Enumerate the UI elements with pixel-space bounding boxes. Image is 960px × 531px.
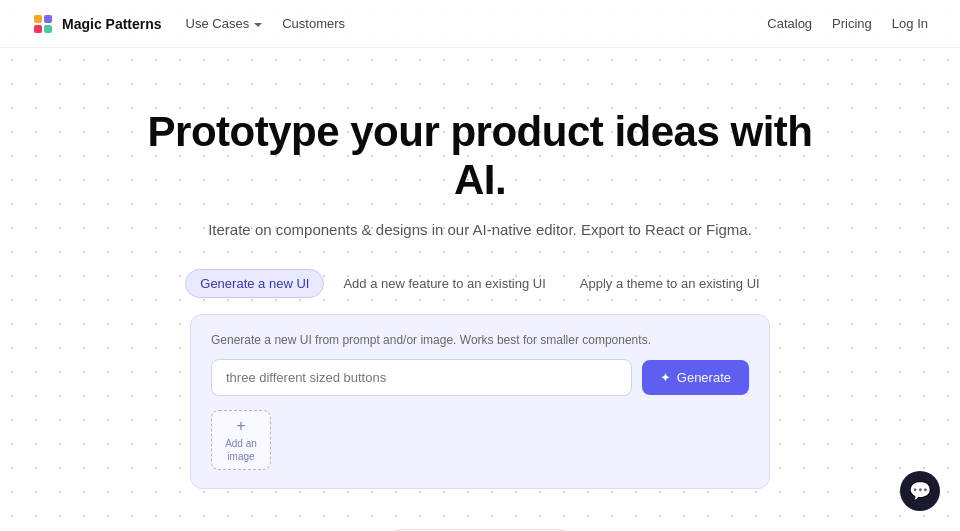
prompt-input-row: ✦ Generate: [211, 359, 749, 396]
svg-rect-2: [34, 25, 42, 33]
chat-button[interactable]: 💬: [900, 471, 940, 511]
tab-generate-new[interactable]: Generate a new UI: [185, 269, 324, 298]
logo-icon: [32, 13, 54, 35]
nav-catalog[interactable]: Catalog: [767, 16, 812, 31]
prompt-card-label: Generate a new UI from prompt and/or ima…: [211, 333, 749, 347]
prompt-input[interactable]: [211, 359, 632, 396]
svg-rect-1: [44, 15, 52, 23]
add-image-box[interactable]: + Add an image: [211, 410, 271, 470]
prompt-card: Generate a new UI from prompt and/or ima…: [190, 314, 770, 489]
nav-right: Catalog Pricing Log In: [767, 16, 928, 31]
svg-rect-3: [44, 25, 52, 33]
tabs-row: Generate a new UI Add a new feature to a…: [185, 269, 774, 298]
generate-button[interactable]: ✦ Generate: [642, 360, 749, 395]
svg-rect-0: [34, 15, 42, 23]
hero-subtitle: Iterate on components & designs in our A…: [208, 219, 752, 242]
nav-pricing[interactable]: Pricing: [832, 16, 872, 31]
nav-use-cases[interactable]: Use Cases: [186, 16, 263, 31]
nav-left: Magic Patterns Use Cases Customers: [32, 13, 345, 35]
logo-text: Magic Patterns: [62, 16, 162, 32]
logo[interactable]: Magic Patterns: [32, 13, 162, 35]
add-image-label: Add an image: [212, 437, 270, 463]
main-content: Prototype your product ideas with AI. It…: [0, 48, 960, 531]
sparkle-icon: ✦: [660, 370, 671, 385]
hero-title: Prototype your product ideas with AI.: [130, 108, 830, 205]
chevron-down-icon: [254, 23, 262, 27]
navbar: Magic Patterns Use Cases Customers Catal…: [0, 0, 960, 48]
nav-links: Use Cases Customers: [186, 16, 345, 31]
nav-customers[interactable]: Customers: [282, 16, 345, 31]
tab-add-feature[interactable]: Add a new feature to an existing UI: [328, 269, 560, 298]
nav-login[interactable]: Log In: [892, 16, 928, 31]
chat-icon: 💬: [909, 480, 931, 502]
add-image-plus-icon: +: [236, 418, 245, 434]
tab-apply-theme[interactable]: Apply a theme to an existing UI: [565, 269, 775, 298]
